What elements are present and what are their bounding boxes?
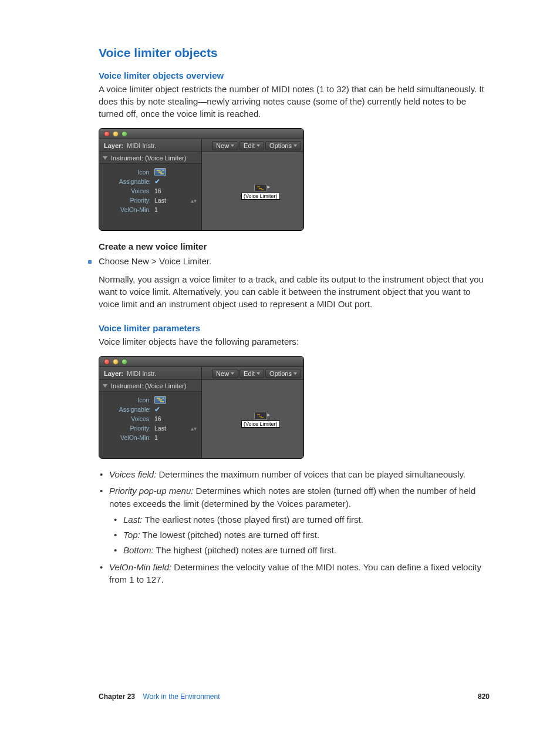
voice-limiter-object-label: (Voice Limiter) (241, 193, 280, 200)
instrument-header[interactable]: Instrument: (Voice Limiter) (99, 152, 201, 164)
window-titlebar (99, 129, 303, 139)
top-term: Top: (123, 530, 140, 540)
parameter-area: Icon: Assignable: ✔ Voices: 16 Pr (99, 164, 201, 230)
zoom-icon[interactable] (122, 131, 127, 137)
chevron-down-icon (231, 372, 234, 375)
chevron-down-icon (231, 144, 234, 147)
velon-term: VelOn-Min field: (109, 562, 171, 572)
instrument-name: Instrument: (Voice Limiter) (111, 382, 186, 389)
priority-label: Priority: (104, 197, 154, 204)
chapter-name: Work in the Environment (143, 692, 220, 701)
priority-term: Priority pop-up menu: (109, 486, 193, 496)
window-titlebar (99, 357, 303, 367)
minimize-icon[interactable] (113, 359, 119, 365)
create-paragraph: Normally, you assign a voice limiter to … (99, 273, 490, 310)
environment-window: Layer: MIDI Instr. Instrument: (Voice Li… (99, 128, 304, 231)
bullet-icon (88, 260, 92, 264)
voice-limiter-object-icon (254, 184, 267, 192)
environment-window: Layer: MIDI Instr. Instrument: (Voice Li… (99, 356, 304, 459)
voices-label: Voices: (104, 415, 154, 422)
assignable-label: Assignable: (104, 406, 154, 413)
last-desc: The earliest notes (those played first) … (143, 515, 363, 525)
inspector-panel: Layer: MIDI Instr. Instrument: (Voice Li… (99, 139, 202, 230)
page-footer: Chapter 23 Work in the Environment 820 (99, 692, 490, 701)
parameters-heading: Voice limiter parameters (99, 323, 490, 333)
assignable-checkbox[interactable]: ✔ (154, 406, 160, 413)
edit-menu[interactable]: Edit (239, 369, 264, 378)
icon-param-label: Icon: (104, 396, 154, 404)
voices-field-desc: Determines the maximum number of voices … (156, 469, 465, 479)
voice-limiter-icon[interactable] (154, 396, 166, 404)
parameter-list: Voices field: Determines the maximum num… (99, 468, 490, 586)
layer-label: Layer: (104, 142, 123, 149)
list-item: Last: The earliest notes (those played f… (113, 513, 490, 526)
list-item: Bottom: The highest (pitched) notes are … (113, 544, 490, 556)
voice-limiter-object[interactable]: (Voice Limiter) (241, 184, 280, 200)
new-menu[interactable]: New (212, 369, 238, 378)
options-menu[interactable]: Options (265, 141, 301, 150)
assignable-label: Assignable: (104, 178, 154, 185)
section-title: Voice limiter objects (99, 46, 490, 60)
disclosure-triangle-icon[interactable] (103, 384, 107, 388)
chevron-down-icon (257, 144, 260, 147)
parameter-area: Icon: Assignable: ✔ Voices: 16 Pr (99, 392, 201, 458)
create-heading: Create a new voice limiter (99, 240, 490, 253)
priority-value[interactable]: Last (154, 425, 166, 432)
voice-limiter-object-label: (Voice Limiter) (241, 421, 280, 428)
list-item: VelOn-Min field: Determines the velocity… (99, 561, 490, 586)
layer-selector[interactable]: Layer: MIDI Instr. (99, 139, 201, 152)
overview-heading: Voice limiter objects overview (99, 70, 490, 80)
instrument-name: Instrument: (Voice Limiter) (111, 154, 186, 162)
overview-paragraph: A voice limiter object restricts the num… (99, 83, 490, 120)
velon-label: VelOn-Min: (104, 434, 154, 441)
icon-param-label: Icon: (104, 169, 154, 176)
priority-stepper-icon[interactable]: ▴▾ (191, 197, 197, 204)
instrument-header[interactable]: Instrument: (Voice Limiter) (99, 380, 201, 392)
voice-limiter-object[interactable]: (Voice Limiter) (241, 412, 280, 428)
edit-menu[interactable]: Edit (239, 141, 264, 150)
inspector-panel: Layer: MIDI Instr. Instrument: (Voice Li… (99, 367, 202, 458)
chevron-down-icon (257, 372, 260, 375)
layer-label: Layer: (104, 370, 123, 377)
minimize-icon[interactable] (113, 131, 119, 137)
list-item: Voices field: Determines the maximum num… (99, 468, 490, 480)
list-item: Priority pop-up menu: Determines which n… (99, 485, 490, 556)
disclosure-triangle-icon[interactable] (103, 156, 107, 160)
list-item: Top: The lowest (pitched) notes are turn… (113, 529, 490, 541)
close-icon[interactable] (104, 359, 110, 365)
options-menu[interactable]: Options (265, 369, 301, 378)
voices-value[interactable]: 16 (154, 187, 161, 194)
voice-limiter-object-icon (254, 412, 267, 420)
layer-value: MIDI Instr. (127, 142, 156, 149)
bottom-term: Bottom: (123, 545, 154, 555)
priority-stepper-icon[interactable]: ▴▾ (191, 425, 197, 432)
toolbar: New Edit Options (202, 367, 303, 380)
chevron-down-icon (294, 144, 297, 147)
velon-value[interactable]: 1 (154, 206, 158, 213)
toolbar: New Edit Options (202, 139, 303, 152)
parameters-intro: Voice limiter objects have the following… (99, 335, 490, 348)
layer-selector[interactable]: Layer: MIDI Instr. (99, 367, 201, 380)
page-number: 820 (478, 692, 490, 701)
voices-label: Voices: (104, 187, 154, 194)
velon-label: VelOn-Min: (104, 206, 154, 213)
voices-value[interactable]: 16 (154, 415, 161, 422)
voice-limiter-icon[interactable] (154, 168, 166, 176)
new-menu[interactable]: New (212, 141, 238, 150)
create-step: Choose New > Voice Limiter. (99, 256, 211, 266)
close-icon[interactable] (104, 131, 110, 137)
chevron-down-icon (294, 372, 297, 375)
zoom-icon[interactable] (122, 359, 127, 365)
chapter-label: Chapter 23 (99, 692, 135, 701)
priority-value[interactable]: Last (154, 197, 166, 204)
assignable-checkbox[interactable]: ✔ (154, 178, 160, 185)
layer-value: MIDI Instr. (127, 370, 156, 377)
bottom-desc: The highest (pitched) notes are turned o… (154, 545, 336, 555)
top-desc: The lowest (pitched) notes are turned of… (140, 530, 319, 540)
voices-field-term: Voices field: (109, 469, 156, 479)
priority-label: Priority: (104, 425, 154, 432)
last-term: Last: (123, 515, 143, 525)
velon-value[interactable]: 1 (154, 434, 158, 441)
